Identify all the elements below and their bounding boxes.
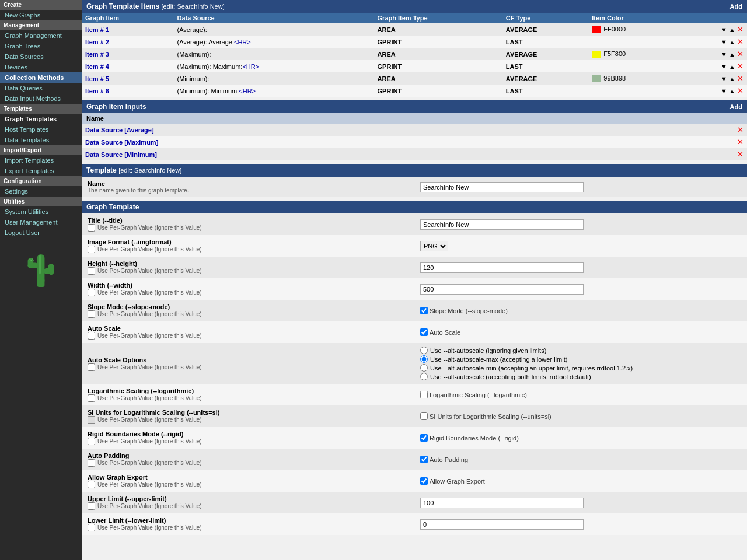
gt-lower-sub: Use Per-Graph Value (Ignore this Value) <box>88 524 409 531</box>
item-link[interactable]: Item # 3 <box>85 51 109 58</box>
table-row: Item # 6 (Minimum): Minimum:<HR> GPRINT … <box>82 85 747 97</box>
gt-lower-label: Lower Limit (--lower-limit) <box>88 517 409 524</box>
gt-height-input[interactable] <box>420 262 584 273</box>
sidebar-item-data-input-methods[interactable]: Data Input Methods <box>0 93 82 104</box>
gt-si-per-graph-checkbox[interactable] <box>88 416 95 424</box>
gt-export-checkbox[interactable] <box>420 477 428 485</box>
gt-imgformat-checkbox[interactable] <box>88 246 95 253</box>
move-down-icon[interactable]: ▼ <box>721 26 727 33</box>
sidebar-item-host-templates[interactable]: Host Templates <box>0 124 82 135</box>
item-link[interactable]: Item # 6 <box>85 88 109 94</box>
input-item-minimum[interactable]: Data Source [Minimum] <box>85 151 157 158</box>
gt-width-sub: Use Per-Graph Value (Ignore this Value) <box>88 289 409 296</box>
delete-icon[interactable]: ✕ <box>737 150 743 159</box>
gt-imgformat-select[interactable]: PNG GIF SVG <box>420 241 448 251</box>
graph-template-items-table: Graph Item Data Source Graph Item Type C… <box>82 13 747 97</box>
gt-width-checkbox[interactable] <box>88 289 95 296</box>
gt-lower-input[interactable] <box>420 519 584 530</box>
data-source-cell: (Maximum): Maximum:<HR> <box>174 60 374 72</box>
action-cell: ▼ ▲ ✕ <box>680 60 748 72</box>
move-up-icon[interactable]: ▲ <box>729 51 735 58</box>
item-link[interactable]: Item # 4 <box>85 63 109 70</box>
gt-si-checkbox[interactable] <box>420 412 428 420</box>
move-up-icon[interactable]: ▲ <box>729 26 735 33</box>
sidebar-item-graph-trees[interactable]: Graph Trees <box>0 41 82 51</box>
delete-icon[interactable]: ✕ <box>737 138 743 146</box>
autoscale-radio-2[interactable] <box>420 364 428 372</box>
autoscale-radio-3[interactable] <box>420 373 428 380</box>
delete-icon[interactable]: ✕ <box>737 74 743 83</box>
gt-export-per-graph-checkbox[interactable] <box>88 481 95 488</box>
move-down-icon[interactable]: ▼ <box>721 51 727 58</box>
input-item-maximum[interactable]: Data Source [Maximum] <box>85 139 158 146</box>
sidebar-item-new-graphs[interactable]: New Graphs <box>0 10 82 20</box>
delete-icon[interactable]: ✕ <box>737 62 743 71</box>
sidebar-item-settings[interactable]: Settings <box>0 186 82 197</box>
delete-icon[interactable]: ✕ <box>737 50 743 58</box>
gt-autopad-per-graph-checkbox[interactable] <box>88 459 95 467</box>
si-units-row: SI Units for Logarithmic Scaling (--unit… <box>82 405 747 427</box>
sidebar-item-data-templates[interactable]: Data Templates <box>0 135 82 145</box>
autoscale-radio-1[interactable] <box>420 355 428 363</box>
graph-template-items-add[interactable]: Add <box>730 3 742 10</box>
sidebar-item-data-sources[interactable]: Data Sources <box>0 51 82 62</box>
delete-icon[interactable]: ✕ <box>737 37 743 46</box>
gt-log-per-graph-checkbox[interactable] <box>88 394 95 402</box>
svg-rect-8 <box>39 256 41 274</box>
item-link[interactable]: Item # 5 <box>85 75 109 82</box>
gt-log-checkbox[interactable] <box>420 391 428 398</box>
main-content: Graph Template Items [edit: SearchInfo N… <box>82 0 747 560</box>
sidebar-item-graph-management[interactable]: Graph Management <box>0 30 82 41</box>
gt-log-label: Logarithmic Scaling (--logarithmic) <box>88 387 409 394</box>
delete-icon[interactable]: ✕ <box>737 86 743 95</box>
gt-autoscale-opts-per-graph-checkbox[interactable] <box>88 363 95 371</box>
gt-slope-sub: Use Per-Graph Value (Ignore this Value) <box>88 310 409 318</box>
gt-width-input[interactable] <box>420 284 584 295</box>
list-item: Data Source [Minimum] ✕ <box>82 148 747 160</box>
move-up-icon[interactable]: ▲ <box>729 38 735 46</box>
gt-upper-per-graph-checkbox[interactable] <box>88 502 95 510</box>
delete-icon[interactable]: ✕ <box>737 125 743 134</box>
gt-rigid-per-graph-checkbox[interactable] <box>88 438 95 445</box>
input-item-average[interactable]: Data Source [Average] <box>85 127 154 134</box>
sidebar-item-collection-methods[interactable]: Collection Methods <box>0 72 82 83</box>
move-up-icon[interactable]: ▲ <box>729 63 735 70</box>
gt-title-label: Title (--title) <box>88 217 409 224</box>
sidebar-item-logout-user[interactable]: Logout User <box>0 228 82 238</box>
gt-slope-per-graph-checkbox[interactable] <box>88 310 95 318</box>
graph-item-inputs-add[interactable]: Add <box>730 103 742 110</box>
sidebar-item-user-management[interactable]: User Management <box>0 217 82 228</box>
gt-rigid-checkbox[interactable] <box>420 434 428 442</box>
gt-autoscale-per-graph-checkbox[interactable] <box>88 332 95 340</box>
type-cell: GPRINT <box>374 36 502 48</box>
move-down-icon[interactable]: ▼ <box>721 38 727 46</box>
gt-title-checkbox[interactable] <box>88 224 95 232</box>
move-down-icon[interactable]: ▼ <box>721 63 727 70</box>
move-up-icon[interactable]: ▲ <box>729 88 735 94</box>
sidebar-item-data-queries[interactable]: Data Queries <box>0 83 82 93</box>
color-cell <box>588 36 680 48</box>
sidebar-item-export-templates[interactable]: Export Templates <box>0 166 82 176</box>
gt-upper-input[interactable] <box>420 498 584 508</box>
move-up-icon[interactable]: ▲ <box>729 75 735 82</box>
gt-autoscale-checkbox[interactable] <box>420 328 428 336</box>
gt-autopad-checkbox[interactable] <box>420 456 428 463</box>
sidebar-section-import-export: Import/Export <box>0 145 82 155</box>
sidebar-item-system-utilities[interactable]: System Utilities <box>0 206 82 217</box>
list-item: Data Source [Maximum] ✕ <box>82 136 747 148</box>
gt-slope-mode-checkbox[interactable] <box>420 307 428 314</box>
gt-height-checkbox[interactable] <box>88 267 95 275</box>
move-down-icon[interactable]: ▼ <box>721 88 727 94</box>
gt-export-label: Allow Graph Export <box>88 474 409 481</box>
move-down-icon[interactable]: ▼ <box>721 75 727 82</box>
item-link[interactable]: Item # 1 <box>85 26 109 33</box>
sidebar-item-devices[interactable]: Devices <box>0 62 82 72</box>
delete-icon[interactable]: ✕ <box>737 25 743 34</box>
gt-lower-per-graph-checkbox[interactable] <box>88 524 95 531</box>
item-link[interactable]: Item # 2 <box>85 38 109 46</box>
sidebar-item-import-templates[interactable]: Import Templates <box>0 155 82 166</box>
template-name-input[interactable] <box>420 182 584 192</box>
autoscale-radio-0[interactable] <box>420 346 428 354</box>
sidebar-item-graph-templates[interactable]: Graph Templates <box>0 114 82 124</box>
gt-title-input[interactable] <box>420 219 584 230</box>
